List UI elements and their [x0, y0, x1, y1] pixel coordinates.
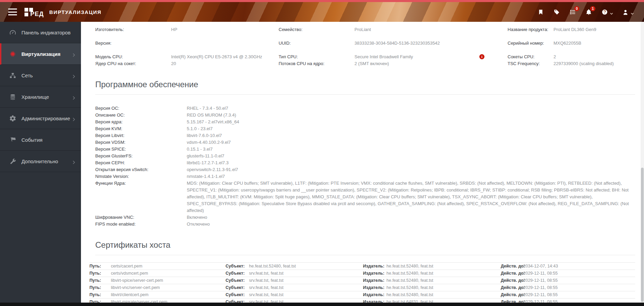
sidebar-item-storage[interactable]: Хранилище	[0, 86, 81, 108]
cert-path-label: Путь:	[89, 270, 111, 277]
field-label: Изготовитель:	[95, 26, 171, 33]
cert-issuer-label: Издатель:	[363, 291, 386, 298]
cert-path-label: Путь:	[89, 263, 111, 270]
cert-issuer-label: Издатель:	[363, 263, 386, 270]
sidebar-item-extra[interactable]: Дополнительно	[0, 151, 81, 172]
app-header: РЕД ВИРТУАЛИЗАЦИЯ 0 1	[0, 2, 644, 22]
host-details-content: Изготовитель:HP Версия: Модель CPU:Intel…	[81, 22, 641, 303]
field-value: 0.15.1 - 3.el7	[187, 146, 635, 153]
storage-database-icon	[9, 93, 16, 101]
certificates-section-heading: Сертификаты хоста	[95, 240, 635, 250]
cert-issuer-label: Издатель:	[363, 277, 386, 284]
scrollbar-thumb[interactable]	[641, 168, 644, 302]
sidebar-item-virtualization[interactable]: Виртуализация	[0, 43, 81, 65]
field-label: Версия:	[95, 40, 171, 47]
field-value: MXQ622055B	[554, 40, 635, 47]
field-value: Отключено	[187, 221, 635, 228]
top-accent-stripe	[0, 0, 644, 2]
tag-icon[interactable]	[554, 9, 560, 15]
field-label: Версия GlusterFS:	[95, 153, 187, 159]
brand-name: РЕД	[30, 12, 44, 16]
cert-issuer-value: he.feat.tst.52480, feat.tst	[386, 277, 501, 284]
sidebar-item-label: Администрирование	[21, 116, 70, 121]
cert-subject-value: srv.feat.tst, feat.tst	[249, 284, 363, 291]
sidebar: Панель индикаторов Виртуализация Сеть Хр…	[0, 22, 81, 303]
field-label: Версия ОС:	[95, 105, 187, 112]
field-label: Версия Libvirt:	[95, 132, 187, 139]
field-value: Intel(R) Xeon(R) CPU E5-2673 v4 @ 2.30GH…	[171, 53, 279, 60]
field-label: TSC Frequency:	[508, 60, 554, 67]
cert-subject-label: Субъект:	[226, 270, 249, 277]
vertical-scrollbar[interactable]	[641, 22, 644, 303]
tasks-icon[interactable]: 0	[569, 9, 576, 15]
field-value: 5.1.0 - 23.el7	[187, 125, 635, 132]
cert-valid-value: 2029-12-11, 08:55	[523, 277, 635, 284]
field-value: 2	[554, 53, 635, 60]
cert-issuer-label: Издатель:	[363, 270, 386, 277]
field-value: librbd1-17.2.7-1.el7.3	[187, 159, 635, 166]
cert-valid-label: Действ. до:	[501, 299, 523, 303]
cert-issuer-value: he.feat.tst.52480, feat.tst	[386, 270, 501, 277]
field-label: Сокеты CPU:	[508, 53, 554, 60]
cert-path-label: Путь:	[89, 291, 111, 298]
app-title: ВИРТУАЛИЗАЦИЯ	[49, 9, 101, 15]
cert-subject-value: he.feat.tst.52480, feat.tst	[249, 263, 363, 270]
cert-subject-label: Субъект:	[226, 291, 249, 298]
field-label: Версия ядра:	[95, 119, 187, 125]
cert-valid-label: Действ. до:	[501, 270, 523, 277]
cert-path-label: Путь:	[89, 284, 111, 291]
cert-issuer-label: Издатель:	[363, 284, 386, 291]
hardware-info-grid: Изготовитель:HP Версия: Модель CPU:Intel…	[95, 26, 635, 67]
tasks-badge: 0	[574, 6, 579, 11]
cert-subject-value: srv.feat.tst, feat.tst	[249, 299, 363, 303]
help-icon	[601, 9, 608, 15]
cert-subject-label: Субъект:	[226, 299, 249, 303]
help-menu[interactable]	[601, 9, 613, 15]
field-label: Модель CPU:	[95, 53, 171, 60]
field-label: Потоков CPU на ядро:	[279, 60, 354, 67]
bell-icon[interactable]: 1	[585, 9, 592, 15]
field-value: nmstate-1.4.1-1.el7	[187, 173, 635, 180]
field-label: Версия SPICE:	[95, 146, 187, 153]
cert-subject-value: srv.feat.tst, feat.tst	[249, 291, 363, 298]
cert-valid-label: Действ. до:	[501, 263, 523, 270]
field-value: HP	[171, 26, 279, 33]
field-label: Тип CPU:	[279, 53, 354, 60]
cert-path-label: Путь:	[89, 277, 111, 284]
cert-valid-value: 2029-12-11, 08:55	[523, 270, 635, 277]
field-label: FIPS mode enabled:	[95, 221, 187, 228]
cpu-type-info-icon[interactable]: i	[479, 54, 484, 59]
user-menu[interactable]	[622, 9, 634, 15]
field-value: RED OS MUROM (7.3.4)	[187, 112, 635, 119]
field-value: vdsm-4.40.100.2-9.el7	[187, 139, 635, 146]
certificate-row: Путь:libvirt/clientcert.pem Субъект:srv.…	[89, 291, 635, 298]
sidebar-item-network[interactable]: Сеть	[0, 65, 81, 86]
gear-icon	[9, 115, 16, 122]
cert-subject-label: Субъект:	[226, 263, 249, 270]
sidebar-item-dashboard[interactable]: Панель индикаторов	[0, 22, 81, 43]
cert-valid-label: Действ. до:	[501, 277, 523, 284]
field-label: UUID:	[279, 40, 354, 47]
cert-path-value: libvirt-migrate/server-cert.pem	[111, 299, 226, 303]
bookmark-icon[interactable]	[538, 9, 544, 15]
brand-logo[interactable]: РЕД	[24, 8, 44, 16]
alerts-badge: 1	[590, 6, 595, 11]
cert-issuer-label: Издатель:	[363, 299, 386, 303]
certificate-row: Путь:certs/vdsmcert.pem Субъект:srv.feat…	[89, 270, 635, 277]
field-label: Функции Ядра:	[95, 180, 187, 214]
cert-subject-label: Субъект:	[226, 284, 249, 291]
field-value: ProLiant	[354, 26, 508, 33]
sidebar-item-events[interactable]: События	[0, 129, 81, 151]
cert-valid-value: 2029-12-11, 08:55	[523, 291, 635, 298]
hamburger-menu-button[interactable]	[8, 9, 17, 15]
field-value: 2297339000 (scaling disabled)	[554, 60, 635, 67]
chevron-down-icon	[610, 11, 613, 14]
sidebar-item-administration[interactable]: Администрирование	[0, 108, 81, 129]
field-label: Серийный номер:	[508, 40, 554, 47]
field-value: ProLiant DL360 Gen9	[554, 26, 635, 33]
cert-issuer-value: he.feat.tst.52480, feat.tst	[386, 284, 501, 291]
chevron-right-icon	[72, 159, 76, 163]
sidebar-item-label: Виртуализация	[21, 51, 61, 57]
chevron-right-icon	[72, 52, 76, 56]
network-sitemap-icon	[9, 72, 16, 79]
